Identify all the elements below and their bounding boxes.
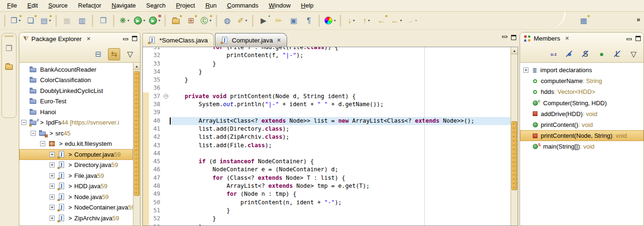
editor-scrollbar[interactable]: ▲ bbox=[511, 47, 518, 226]
code-line-31[interactable]: 31 for (File f : hdd.get(File.class)) { bbox=[143, 47, 518, 51]
tree-item-directory-java[interactable]: +J>Directory.java 59 bbox=[19, 160, 133, 171]
code-line-48[interactable]: 48 ArrayList<? extends Node> tmp = e.get… bbox=[143, 182, 518, 190]
editor-minimize-button[interactable] bbox=[502, 36, 507, 38]
collapse-fold-icon[interactable] bbox=[164, 94, 168, 99]
dropdown-arrow-icon[interactable]: ▾ bbox=[127, 18, 129, 23]
fast-view-handle[interactable] bbox=[4, 35, 14, 37]
code-line-41[interactable]: 41 list.add(Directory.class); bbox=[143, 125, 518, 133]
tree-expander-icon[interactable]: + bbox=[50, 205, 55, 210]
code-line-42[interactable]: 42 list.add(ZipArchiv.class); bbox=[143, 133, 518, 141]
code-line-32[interactable]: 32 printContent(f, "|-"); bbox=[143, 51, 518, 59]
scroll-up-icon[interactable]: ▲ bbox=[511, 47, 518, 54]
tree-item-euro-test[interactable]: Euro-Test bbox=[19, 96, 133, 107]
editor-maximize-button[interactable] bbox=[511, 35, 516, 40]
member-main-string-[interactable]: Smain(String[]) : void bbox=[520, 141, 644, 152]
code-line-46[interactable]: 46 NodeContainer e = (NodeContainer) d; bbox=[143, 166, 518, 174]
back-icon[interactable]: ←▾ bbox=[390, 15, 403, 27]
open-fast-view-button[interactable] bbox=[3, 60, 15, 73]
hide-static-members-icon[interactable]: S bbox=[579, 48, 592, 60]
menu-commands[interactable]: Commands bbox=[222, 0, 264, 11]
show-selected-element-only-icon[interactable]: ▣ bbox=[288, 15, 300, 27]
save-icon[interactable]: ▦ bbox=[61, 15, 73, 27]
member-hdds[interactable]: hdds : Vector<HDD> bbox=[520, 86, 644, 97]
code-line-52[interactable]: 52 } bbox=[143, 215, 518, 223]
tree-item-hanoi[interactable]: Hanoi bbox=[19, 107, 133, 117]
tab-close-icon[interactable]: ✕ bbox=[277, 37, 281, 43]
new-project-icon[interactable]: ❏✦ bbox=[25, 15, 37, 27]
dropdown-arrow-icon[interactable]: ▾ bbox=[353, 18, 355, 23]
menu-project[interactable]: Project bbox=[171, 0, 200, 11]
new-wizard-icon[interactable]: ❐✦▾ bbox=[9, 15, 22, 27]
dropdown-arrow-icon[interactable]: ▾ bbox=[415, 18, 417, 23]
code-line-50[interactable]: 50 printContent(n, ident + "-"); bbox=[143, 199, 518, 207]
tree-item-doublylinkedcycliclist[interactable]: DoublyLinkedCyclicList bbox=[19, 85, 133, 96]
menu-run[interactable]: Run bbox=[200, 0, 222, 11]
menu-navigate[interactable]: Navigate bbox=[107, 0, 141, 11]
tree-expander-icon[interactable]: − bbox=[21, 120, 26, 125]
member-printcontent-node-string-[interactable]: printContent(Node, String) : void bbox=[520, 130, 644, 141]
color-wheel-icon[interactable]: ▾ bbox=[324, 15, 336, 27]
new-java-package-icon[interactable]: ⊞✦ bbox=[185, 15, 197, 27]
tree-item-bankaccountreader[interactable]: BankAccountReader bbox=[19, 64, 133, 75]
code-line-45[interactable]: 45 if (d instanceof NodeContainer) { bbox=[143, 158, 518, 166]
code-line-43[interactable]: 43 list.add(File.class); bbox=[143, 142, 518, 150]
code-line-51[interactable]: 51 } bbox=[143, 207, 518, 215]
scrollbar-thumb[interactable] bbox=[512, 121, 517, 190]
show-whitespace-icon[interactable]: ¶ bbox=[303, 15, 315, 27]
package-explorer-close-icon[interactable]: ✕ bbox=[86, 36, 91, 42]
tree-item-nodecontainer-java[interactable]: +J>NodeContainer.java 59 bbox=[19, 202, 133, 213]
scrollbar-thumb[interactable] bbox=[134, 71, 140, 196]
forward-icon[interactable]: →▾ bbox=[405, 15, 418, 27]
code-line-39[interactable]: 39 bbox=[143, 109, 518, 117]
code-editor[interactable]: 31 for (File f : hdd.get(File.class)) {3… bbox=[142, 47, 518, 226]
code-line-47[interactable]: 47 for (Class<? extends Node> T : list) … bbox=[143, 174, 518, 182]
code-line-36[interactable]: 36 bbox=[143, 84, 518, 92]
run-icon[interactable]: ▶▾ bbox=[133, 15, 146, 27]
editor-tab--someclass-java[interactable]: J*SomeClass.java bbox=[142, 33, 214, 47]
toolbar-overflow-chevron[interactable]: » bbox=[636, 16, 640, 23]
tree-item-ziparchiv-java[interactable]: +J>ZipArchiv.java 59 bbox=[19, 213, 133, 224]
menu-search[interactable]: Search bbox=[141, 0, 171, 11]
tree-expander-icon[interactable]: + bbox=[50, 194, 55, 200]
code-line-49[interactable]: 49 for (Node n : tmp) { bbox=[143, 190, 518, 198]
open-web-browser-icon[interactable]: ◍ bbox=[221, 15, 233, 27]
perspective-table-icon[interactable]: ▦✦ bbox=[578, 15, 590, 27]
print-icon[interactable]: ▥ bbox=[76, 15, 88, 27]
member-adddrive-hdd-[interactable]: addDrive(HDD) : void bbox=[520, 109, 644, 119]
dropdown-arrow-icon[interactable]: ▾ bbox=[368, 18, 370, 23]
next-annotation-icon[interactable]: ↓▾ bbox=[345, 15, 357, 27]
new-java-project-icon[interactable]: ✦ bbox=[170, 15, 182, 27]
show-public-members-icon[interactable]: ● bbox=[595, 48, 608, 60]
tree-expander-icon[interactable]: + bbox=[50, 162, 55, 167]
open-fast-view-icon[interactable] bbox=[3, 60, 15, 73]
debug-icon[interactable]: ❋▾ bbox=[118, 15, 131, 27]
search-icon[interactable]: ✐▾ bbox=[236, 15, 248, 27]
code-line-33[interactable]: 33 } bbox=[143, 60, 518, 68]
view-menu-icon[interactable]: ▽ bbox=[627, 48, 640, 60]
tree-item-edu-kit-filesystem[interactable]: −>edu.kit.filesystem bbox=[19, 139, 133, 150]
tree-item-file-java[interactable]: +J>File.java 59 bbox=[19, 170, 133, 181]
menu-source[interactable]: Source bbox=[43, 0, 73, 11]
code-line-40[interactable]: 40 ArrayList<Class<? extends Node>> list… bbox=[143, 117, 518, 125]
collapse-all-icon[interactable]: ⊟ bbox=[92, 48, 104, 60]
hide-local-types-icon[interactable]: L bbox=[611, 48, 624, 60]
maximize-button[interactable] bbox=[132, 36, 137, 41]
package-explorer-tab[interactable]: ⧨ Package Explorer ✕ bbox=[23, 35, 91, 42]
tree-item-src[interactable]: −>src 45 bbox=[19, 128, 133, 139]
code-line-44[interactable]: 44 bbox=[143, 150, 518, 158]
tree-expander-icon[interactable]: + bbox=[50, 184, 55, 189]
maximize-button[interactable] bbox=[636, 36, 641, 41]
menu-help[interactable]: Help bbox=[296, 0, 319, 11]
export-icon[interactable]: ❒ bbox=[97, 15, 109, 27]
tree-item-ipdfs[interactable]: −J>IpdFs 44 [https://svnserver.i bbox=[19, 117, 133, 128]
mark-occurrences-icon[interactable]: ✏ bbox=[272, 15, 285, 27]
editor-tab-computer-java[interactable]: JComputer.java✕ bbox=[215, 33, 287, 47]
tree-item-colorclassification[interactable]: ColorClassification bbox=[19, 75, 133, 86]
dropdown-arrow-icon[interactable]: ▾ bbox=[209, 18, 211, 23]
minimize-button[interactable] bbox=[123, 38, 128, 40]
tree-expander-icon[interactable]: − bbox=[31, 131, 36, 136]
package-explorer-scrollbar[interactable]: ▲ bbox=[133, 63, 140, 226]
members-close-icon[interactable]: ✕ bbox=[565, 35, 569, 42]
restore-views-button[interactable]: ❐ bbox=[3, 42, 15, 55]
dropdown-arrow-icon[interactable]: ▾ bbox=[158, 18, 160, 23]
